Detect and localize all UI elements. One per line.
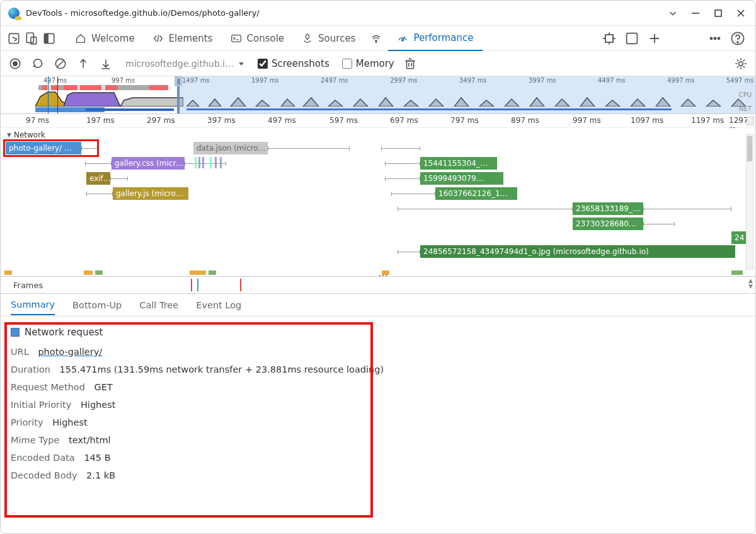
svg-rect-5: [26, 33, 33, 42]
svg-rect-8: [44, 33, 49, 43]
mini-requests: [195, 157, 226, 170]
ruler-tick: 1097 ms: [631, 116, 663, 125]
network-request-bar[interactable]: 23658133189_…: [573, 202, 643, 215]
clear-button[interactable]: [54, 57, 67, 71]
tab-bottom-up[interactable]: Bottom-Up: [72, 296, 122, 315]
timeline-ruler[interactable]: 97 ms 197 ms 297 ms 397 ms 497 ms 597 ms…: [1, 114, 755, 128]
network-request-bar[interactable]: 15441155304_…: [420, 157, 497, 170]
device-toggle-icon[interactable]: [25, 32, 38, 45]
panel-layout-icon[interactable]: [624, 31, 639, 46]
network-request-bar[interactable]: exif…: [86, 172, 110, 185]
recording-selector[interactable]: microsoftedge.github.i…: [125, 59, 245, 69]
request-whisker: [643, 209, 731, 209]
request-whisker: [398, 209, 573, 209]
scrollbar-icon[interactable]: [747, 117, 754, 125]
request-whisker: [643, 224, 675, 224]
record-button[interactable]: [8, 57, 22, 71]
svg-point-27: [737, 42, 738, 43]
network-request-bar[interactable]: gallery.css (micr…: [112, 157, 185, 170]
window-title: DevTools - microsoftedge.github.io/Demos…: [26, 8, 260, 18]
svg-point-23: [710, 37, 712, 39]
request-color-swatch: [11, 328, 20, 337]
tab-network-icon[interactable]: [364, 26, 388, 51]
tab-summary[interactable]: Summary: [11, 295, 55, 315]
request-whisker: [110, 178, 128, 179]
network-request-bar[interactable]: 16037662126_1…: [435, 187, 517, 200]
request-whisker: [85, 163, 112, 164]
network-request-bar[interactable]: data.json (micro…: [193, 142, 268, 154]
vertical-scrollbar[interactable]: [746, 134, 753, 270]
frames-scroll-icon[interactable]: ▲▼: [748, 278, 753, 289]
screenshots-checkbox[interactable]: Screenshots: [258, 58, 329, 69]
overview-tick: 497 ms: [43, 77, 67, 84]
tab-elements[interactable]: Elements: [144, 26, 222, 51]
timeline-overview[interactable]: 497 ms 997 ms 1497 ms 1997 ms 2497 ms 29…: [1, 76, 755, 114]
network-request-bar[interactable]: 24856572158_43497494d1_o.jpg (microsofte…: [420, 245, 735, 258]
maximize-button[interactable]: [714, 9, 723, 18]
ruler-tick: 697 ms: [390, 116, 418, 125]
chevron-down-icon[interactable]: [668, 9, 677, 18]
svg-marker-43: [64, 93, 120, 107]
svg-rect-36: [406, 61, 413, 68]
summary-row-decoded: Decoded Body 2.1 kB: [11, 470, 745, 480]
trash-icon[interactable]: [403, 57, 417, 71]
mini-overview-strip: [1, 270, 755, 276]
help-icon[interactable]: [730, 31, 745, 46]
network-request-bar[interactable]: gallery.js (micro…: [113, 187, 188, 200]
svg-point-24: [714, 37, 716, 39]
svg-point-14: [402, 39, 404, 41]
performance-toolbar: microsoftedge.github.i… Screenshots Memo…: [1, 51, 755, 76]
memory-checkbox[interactable]: Memory: [342, 58, 394, 69]
overview-marker: [57, 76, 58, 113]
ruler-tick: 1197 ms: [691, 116, 724, 125]
inspect-icon[interactable]: [7, 32, 21, 45]
more-icon[interactable]: [707, 31, 723, 46]
ruler-tick: 297 ms: [147, 116, 175, 125]
request-whisker: [385, 178, 420, 179]
svg-rect-4: [9, 33, 18, 43]
network-request-bar[interactable]: 24: [731, 231, 747, 244]
svg-point-25: [718, 37, 719, 39]
summary-url-link[interactable]: photo-gallery/: [38, 347, 102, 357]
overview-selection[interactable]: [177, 76, 755, 113]
ruler-tick: 997 ms: [573, 116, 601, 125]
summary-row-method: Request Method GET: [11, 382, 745, 392]
detail-tabs: Summary Bottom-Up Call Tree Event Log: [1, 294, 755, 316]
overview-marker: [48, 76, 49, 113]
close-button[interactable]: [736, 9, 745, 18]
svg-marker-44: [120, 98, 183, 107]
network-request-bar[interactable]: 15999493079…: [420, 172, 503, 185]
ruler-tick: 597 ms: [329, 116, 358, 125]
summary-panel: Network request URL photo-gallery/ Durat…: [1, 316, 755, 498]
overview-handle-icon[interactable]: ||: [175, 76, 182, 86]
tab-sources[interactable]: Sources: [293, 26, 364, 51]
network-request-bar[interactable]: photo-gallery/ …: [6, 142, 81, 154]
frames-track[interactable]: Frames ▲▼: [1, 276, 755, 294]
cpu-throttle-icon[interactable]: [602, 31, 617, 46]
frame-marker: [191, 279, 192, 291]
svg-point-41: [739, 61, 743, 66]
svg-rect-10: [231, 35, 240, 42]
ruler-tick: 497 ms: [268, 116, 296, 125]
tab-welcome[interactable]: Welcome: [66, 26, 144, 51]
network-track-header[interactable]: Network: [7, 131, 45, 139]
tab-console[interactable]: Console: [222, 26, 294, 51]
tab-performance[interactable]: Performance: [388, 26, 482, 51]
ruler-tick: 397 ms: [207, 116, 236, 125]
settings-gear-icon[interactable]: [734, 57, 748, 71]
add-tab-icon[interactable]: [647, 31, 662, 46]
app-icon: [8, 8, 20, 19]
upload-button[interactable]: [76, 57, 90, 71]
flame-chart-area[interactable]: Network photo-gallery/ … gallery.css (mi…: [1, 128, 755, 276]
network-request-bar[interactable]: 23730328680…: [573, 218, 643, 230]
tab-event-log[interactable]: Event Log: [196, 296, 241, 315]
download-button[interactable]: [99, 57, 113, 71]
ruler-tick: 197 ms: [86, 116, 115, 125]
dock-side-icon[interactable]: [42, 32, 56, 45]
reload-button[interactable]: [31, 57, 45, 71]
ruler-tick: 797 ms: [450, 116, 479, 125]
tab-call-tree[interactable]: Call Tree: [139, 296, 178, 315]
minimize-button[interactable]: [691, 9, 700, 18]
summary-row-init-priority: Initial Priority Highest: [11, 400, 745, 410]
request-whisker: [385, 163, 420, 164]
